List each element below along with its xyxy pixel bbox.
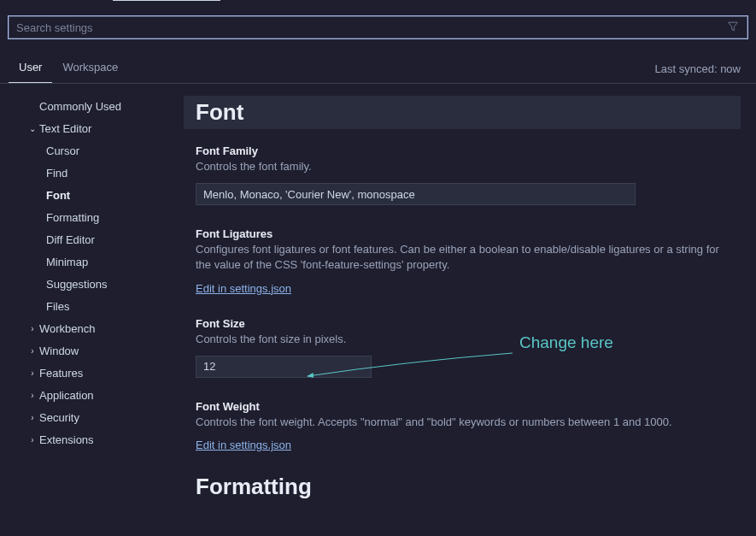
sidebar-item-find[interactable]: Find	[0, 162, 184, 185]
chevron-right-icon: ›	[26, 342, 39, 361]
sidebar-item-text-editor[interactable]: ⌄ Text Editor	[0, 118, 184, 140]
setting-font-family: Font Family Controls the font family.	[184, 144, 741, 227]
sidebar-item-label: Extensions	[39, 431, 94, 450]
sidebar-item-files[interactable]: Files	[0, 296, 184, 318]
setting-desc: Configures font ligatures or font featur…	[196, 242, 729, 273]
active-tab-indicator	[113, 0, 220, 1]
next-section-title: Formatting	[184, 474, 741, 500]
search-container	[0, 4, 756, 45]
chevron-right-icon: ›	[26, 364, 39, 383]
sidebar-item-label: Window	[39, 342, 79, 361]
sidebar-item-workbench[interactable]: › Workbench	[0, 318, 184, 340]
setting-desc: Controls the font family.	[196, 159, 729, 174]
font-family-input[interactable]	[196, 183, 636, 205]
sidebar-item-diff-editor[interactable]: Diff Editor	[0, 229, 184, 251]
sidebar-item-label: Features	[39, 364, 83, 383]
sidebar-item-security[interactable]: › Security	[0, 407, 184, 429]
tab-user[interactable]: User	[9, 54, 52, 83]
sidebar-item-application[interactable]: › Application	[0, 385, 184, 407]
sidebar-item-extensions[interactable]: › Extensions	[0, 429, 184, 451]
font-size-input[interactable]	[196, 356, 372, 378]
sidebar-item-commonly-used[interactable]: Commonly Used	[0, 96, 184, 118]
edit-settings-json-link[interactable]: Edit in settings.json	[196, 282, 291, 295]
chevron-right-icon: ›	[26, 320, 39, 339]
setting-desc: Controls the font size in pixels.	[196, 332, 729, 347]
sidebar-item-label: Application	[39, 386, 94, 405]
chevron-down-icon: ⌄	[26, 120, 39, 138]
chevron-right-icon: ›	[26, 431, 39, 450]
sidebar-item-cursor[interactable]: Cursor	[0, 140, 184, 162]
sidebar-item-window[interactable]: › Window	[0, 340, 184, 362]
sidebar-item-formatting[interactable]: Formatting	[0, 207, 184, 229]
tab-workspace[interactable]: Workspace	[52, 54, 128, 83]
sidebar-item-minimap[interactable]: Minimap	[0, 251, 184, 274]
setting-font-weight: Font Weight Controls the font weight. Ac…	[184, 400, 741, 474]
setting-title: Font Weight	[196, 400, 729, 413]
section-header: Font	[184, 96, 741, 129]
sidebar: Commonly Used ⌄ Text Editor Cursor Find …	[0, 84, 184, 536]
setting-font-size: Font Size Controls the font size in pixe…	[184, 317, 741, 400]
main-content: Commonly Used ⌄ Text Editor Cursor Find …	[0, 84, 756, 536]
setting-font-ligatures: Font Ligatures Configures font ligatures…	[184, 227, 741, 316]
section-title: Font	[196, 99, 729, 126]
filter-icon[interactable]	[727, 21, 739, 35]
setting-desc: Controls the font weight. Accepts "norma…	[196, 415, 729, 430]
setting-title: Font Family	[196, 144, 729, 157]
edit-settings-json-link[interactable]: Edit in settings.json	[196, 439, 291, 451]
sidebar-item-label: Security	[39, 409, 79, 427]
chevron-right-icon: ›	[26, 409, 39, 427]
setting-title: Font Ligatures	[196, 227, 729, 240]
sync-status: Last synced: now	[655, 62, 741, 75]
sidebar-item-label: Workbench	[39, 320, 96, 339]
search-input[interactable]	[9, 16, 747, 38]
setting-title: Font Size	[196, 317, 729, 330]
sidebar-item-label: Text Editor	[39, 120, 91, 138]
sidebar-item-font[interactable]: Font	[0, 185, 184, 207]
sidebar-item-features[interactable]: › Features	[0, 362, 184, 385]
scope-tabs: User Workspace	[9, 54, 128, 83]
sidebar-item-suggestions[interactable]: Suggestions	[0, 274, 184, 296]
scope-bar: User Workspace Last synced: now	[0, 45, 756, 84]
top-bar	[0, 0, 756, 4]
settings-pane: Font Font Family Controls the font famil…	[184, 84, 756, 536]
chevron-right-icon: ›	[26, 386, 39, 405]
